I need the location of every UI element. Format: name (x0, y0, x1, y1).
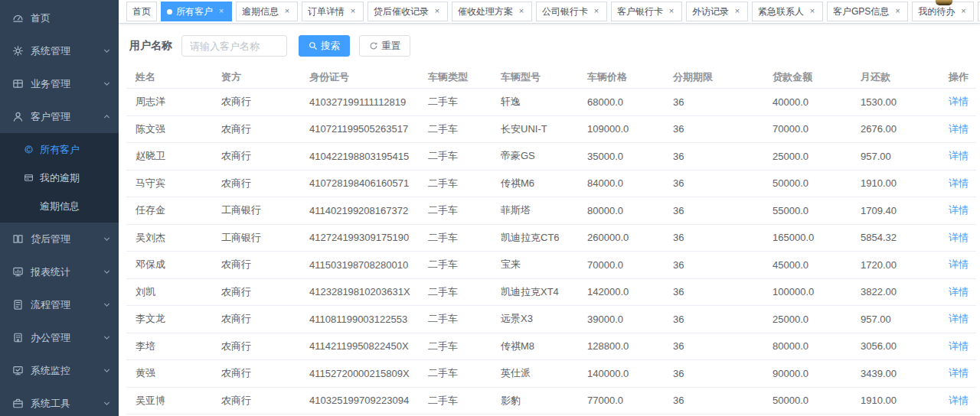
sidebar-item-customer-mgmt[interactable]: 客户管理 (0, 100, 119, 133)
table-cell: 35000.0 (583, 143, 668, 171)
table-cell: 邓保成 (126, 252, 217, 279)
tab-label: 首页 (132, 5, 151, 18)
detail-link[interactable]: 详情 (949, 177, 969, 189)
detail-link[interactable]: 详情 (949, 204, 969, 216)
table-cell: 40000.0 (768, 89, 856, 116)
action-cell: 详情 (944, 224, 976, 252)
sidebar-submenu: 所有客户我的逾期逾期信息 (0, 133, 119, 223)
sidebar-item-office-mgmt[interactable]: 办公管理 (0, 321, 119, 354)
sidebar-item-business-mgmt[interactable]: 业务管理 (0, 67, 119, 100)
table-cell: 36 (668, 252, 768, 279)
table-row: 李文龙农商行411081199003122553二手车远景X339000.036… (126, 306, 976, 333)
avatar-fragment[interactable] (936, 0, 952, 5)
column-header: 月还款 (856, 67, 944, 89)
action-cell: 详情 (944, 252, 976, 279)
column-header: 车辆类型 (423, 67, 496, 89)
table-cell: 2676.00 (856, 115, 944, 143)
detail-link[interactable]: 详情 (949, 150, 969, 161)
close-icon[interactable]: × (592, 7, 601, 16)
search-button-label: 搜索 (321, 40, 340, 53)
table-cell: 凯迪拉克CT6 (496, 224, 583, 252)
tab-customer-gps-info[interactable]: 客户GPS信息× (827, 2, 908, 21)
tab-all-customers[interactable]: 所有客户× (161, 2, 232, 21)
detail-link[interactable]: 详情 (949, 367, 969, 379)
close-icon[interactable]: × (283, 7, 292, 16)
close-icon[interactable]: × (348, 7, 358, 16)
close-icon[interactable]: × (433, 7, 442, 16)
table-cell: 410422198803195415 (305, 143, 423, 171)
sidebar-item-overdue-info[interactable]: 逾期信息 (0, 192, 119, 220)
column-header: 车辆型号 (496, 67, 583, 89)
table-row: 吴亚博农商行410325199709223094二手车影豹77000.03650… (126, 387, 976, 414)
table-cell: 41152720000215809X (305, 360, 423, 388)
close-icon[interactable]: × (733, 7, 742, 16)
document-icon (12, 299, 24, 310)
chevron-down-icon (103, 333, 111, 342)
tab-customer-bank-card[interactable]: 客户银行卡× (611, 2, 682, 21)
detail-link[interactable]: 详情 (949, 258, 969, 270)
sidebar-item-post-loan-mgmt[interactable]: 贷后管理 (0, 223, 119, 255)
sidebar-item-label: 系统工具 (31, 397, 70, 411)
table-cell: 二手车 (423, 252, 496, 279)
reset-button[interactable]: 重置 (359, 35, 410, 57)
column-header: 分期期限 (668, 67, 768, 89)
tab-label: 催收处理方案 (458, 5, 513, 18)
sidebar-item-process-mgmt[interactable]: 流程管理 (0, 288, 119, 321)
detail-link[interactable]: 详情 (949, 340, 969, 352)
table-cell: 1709.40 (856, 197, 944, 225)
table-cell: 50000.0 (768, 387, 856, 414)
sidebar-item-system-tools[interactable]: 系统工具 (0, 387, 119, 416)
customers-icon (24, 145, 34, 154)
tab-post-loan-collection-records[interactable]: 贷后催收记录× (368, 2, 448, 21)
tab-collection-plan[interactable]: 催收处理方案× (452, 2, 532, 21)
table-cell: 农商行 (217, 115, 305, 143)
close-icon[interactable]: × (959, 7, 968, 16)
table-row: 黄强农商行41152720000215809X二手车英仕派140000.0369… (126, 360, 976, 388)
chart-icon (12, 266, 24, 278)
table-cell: 任存金 (126, 197, 217, 225)
sidebar-item-my-overdue[interactable]: 我的逾期 (0, 164, 119, 192)
sidebar-item-home[interactable]: 首页 (0, 2, 119, 34)
detail-link[interactable]: 详情 (949, 96, 969, 107)
sidebar-subitem-label: 我的逾期 (40, 171, 80, 185)
table-cell: 二手车 (423, 115, 496, 143)
table-cell: 二手车 (423, 89, 496, 116)
table-cell: 36 (668, 360, 768, 388)
sidebar-item-all-customers[interactable]: 所有客户 (0, 135, 119, 164)
table-cell: 36 (668, 278, 768, 306)
tab-home[interactable]: 首页 (126, 2, 157, 21)
tab-order-detail[interactable]: 订单详情× (302, 2, 364, 21)
tab-overdue-info[interactable]: 逾期信息× (236, 2, 298, 21)
sidebar-item-label: 办公管理 (31, 331, 70, 345)
close-icon[interactable]: × (808, 7, 817, 16)
detail-link[interactable]: 详情 (949, 232, 969, 243)
table-row: 任存金工商银行411402199208167372二手车菲斯塔80000.036… (126, 197, 976, 225)
detail-link[interactable]: 详情 (949, 286, 969, 297)
tab-visit-records[interactable]: 外访记录× (686, 2, 748, 21)
detail-link[interactable]: 详情 (949, 313, 969, 324)
table-cell: 412724199309175190 (305, 224, 423, 252)
table-cell: 影豹 (496, 387, 583, 414)
close-icon[interactable]: × (517, 7, 526, 16)
action-cell: 详情 (944, 197, 976, 225)
table-cell: 36 (668, 143, 768, 171)
sidebar-item-system-monitor[interactable]: 系统监控 (0, 354, 119, 387)
sidebar-item-system-mgmt[interactable]: 系统管理 (0, 34, 119, 67)
table-body: 周志洋农商行410327199111112819二手车轩逸68000.03640… (126, 89, 976, 416)
close-icon[interactable]: × (217, 7, 226, 16)
close-icon[interactable]: × (893, 7, 902, 16)
sidebar-item-report-stats[interactable]: 报表统计 (0, 255, 119, 288)
close-icon[interactable]: × (667, 7, 676, 16)
tab-emergency-contacts[interactable]: 紧急联系人× (752, 2, 823, 21)
tab-company-bank-card[interactable]: 公司银行卡× (536, 2, 607, 21)
table-cell: 远景X3 (496, 306, 583, 333)
tab-label: 紧急联系人 (758, 5, 804, 18)
book-icon (12, 233, 24, 245)
table-cell: 84000.0 (583, 170, 668, 197)
detail-link[interactable]: 详情 (949, 395, 969, 406)
search-button[interactable]: 搜索 (299, 35, 350, 57)
tab-label: 客户GPS信息 (833, 5, 889, 18)
customer-name-input[interactable] (181, 35, 287, 57)
table-cell: 410325199709223094 (305, 387, 423, 414)
detail-link[interactable]: 详情 (949, 123, 969, 135)
